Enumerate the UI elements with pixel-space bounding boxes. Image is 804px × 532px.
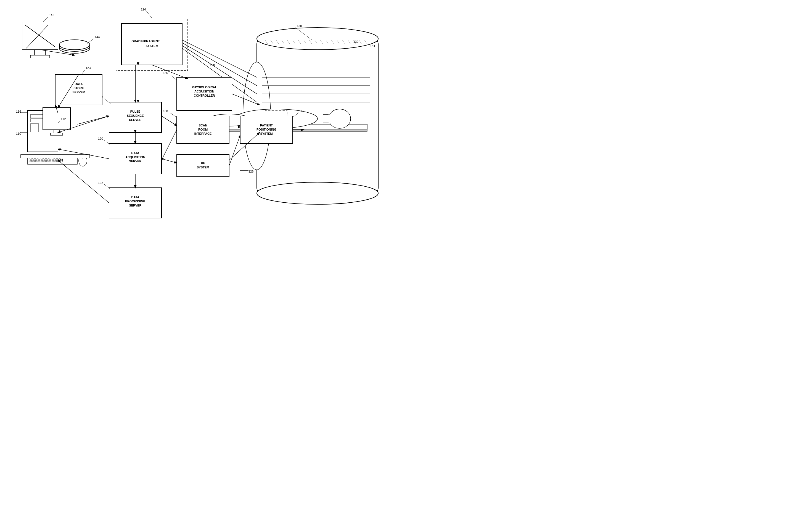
svg-point-95 [59,40,90,50]
svg-text:SERVER: SERVER [72,91,85,94]
svg-rect-69 [109,144,161,174]
svg-text:RF: RF [201,162,205,165]
label-120: 120 [98,137,103,140]
label-124: 124 [141,8,146,11]
svg-rect-34 [323,115,341,123]
svg-point-4 [257,27,378,50]
diagram-container: 130 132 134 GRADIENT GRADIENT SYSTEM 124… [0,0,402,266]
svg-text:SERVER: SERVER [129,118,141,121]
svg-text:GRADIENT: GRADIENT [144,39,160,43]
label-126: 126 [248,170,253,173]
label-144: 144 [95,35,100,39]
svg-text:ACQUISITION: ACQUISITION [194,90,214,93]
svg-rect-90 [35,50,45,55]
svg-text:SCAN: SCAN [198,124,207,127]
label-134: 134 [370,44,375,48]
label-114: 114 [58,159,63,162]
label-142: 142 [49,13,54,17]
svg-text:SYSTEM: SYSTEM [196,166,209,169]
svg-text:ROOM: ROOM [198,128,208,131]
svg-rect-102 [54,130,59,133]
svg-text:INTERFACE: INTERFACE [194,132,211,135]
svg-text:SEQUENCE: SEQUENCE [127,114,144,117]
label-130: 130 [297,24,302,27]
svg-text:PATIENT: PATIENT [260,124,273,127]
svg-text:STORE: STORE [73,87,84,90]
svg-text:DATA: DATA [75,82,83,86]
svg-text:PHYSIOLOGICAL: PHYSIOLOGICAL [192,86,217,89]
label-128: 128 [210,63,215,67]
svg-text:SYSTEM: SYSTEM [260,132,272,135]
svg-text:SYSTEM: SYSTEM [146,44,158,48]
label-112: 112 [61,117,66,121]
svg-rect-91 [31,55,50,58]
svg-text:SERVER: SERVER [129,204,141,207]
label-122: 122 [98,181,103,185]
label-123: 123 [85,66,91,70]
svg-text:POSITIONING: POSITIONING [256,128,276,131]
svg-point-5 [257,182,378,204]
label-138: 138 [163,109,168,113]
svg-rect-103 [51,133,63,135]
svg-rect-54 [109,102,161,133]
svg-text:CONTROLLER: CONTROLLER [194,94,215,97]
svg-rect-101 [43,108,71,130]
svg-text:PROCESSING: PROCESSING [125,200,145,203]
svg-text:DATA: DATA [131,195,139,199]
label-140: 140 [299,109,304,113]
svg-text:SERVER: SERVER [129,159,141,163]
svg-rect-82 [55,75,102,105]
svg-text:PULSE: PULSE [130,110,140,113]
svg-text:ACQUISITION: ACQUISITION [125,155,145,159]
label-136: 136 [163,71,168,75]
svg-rect-77 [109,188,161,218]
svg-text:DATA: DATA [131,151,139,155]
label-132: 132 [353,40,358,43]
svg-rect-130 [21,155,90,158]
